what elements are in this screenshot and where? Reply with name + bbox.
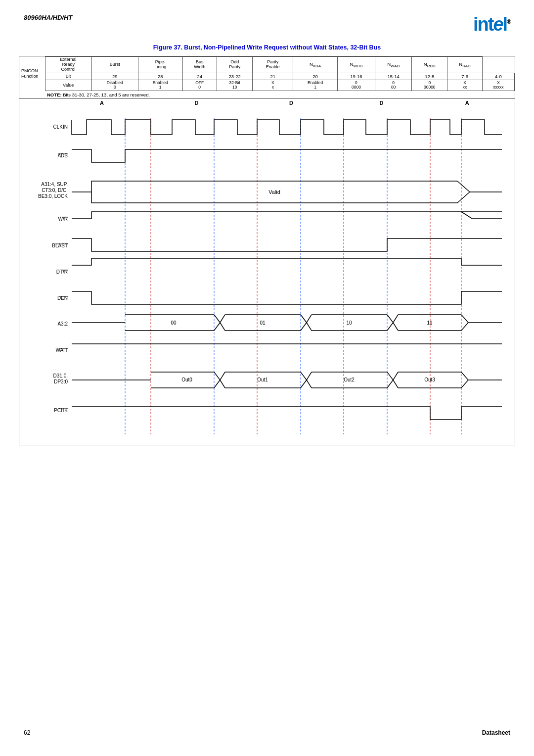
- diagram-container: PMCONFunction ExternalReadyControl Burst…: [19, 56, 515, 445]
- svg-text:01: 01: [260, 320, 266, 326]
- timing-svg: CLKIN ADS A31:4, SUP, CT3:0, D/C, BE3:0,…: [19, 113, 515, 439]
- pmcon-table: PMCONFunction ExternalReadyControl Burst…: [19, 56, 515, 99]
- svg-text:A3:2: A3:2: [57, 321, 68, 327]
- svg-text:BE3:0, LOCK: BE3:0, LOCK: [38, 193, 68, 199]
- logo-text: intel: [473, 14, 507, 35]
- svg-text:D31:0,: D31:0,: [53, 373, 68, 378]
- svg-text:Out0: Out0: [181, 377, 192, 382]
- page-footer: 62 Datasheet: [0, 719, 534, 746]
- figure-title: Figure 37. Burst, Non-Pipelined Write Re…: [24, 44, 510, 51]
- svg-text:10: 10: [346, 320, 352, 326]
- svg-text:CLKIN: CLKIN: [53, 124, 68, 130]
- svg-text:Valid: Valid: [268, 189, 280, 195]
- phase-markers: A D D D A: [64, 99, 515, 110]
- svg-text:CT3:0, D/C,: CT3:0, D/C,: [42, 188, 68, 193]
- phase-d3: D: [379, 100, 383, 106]
- phase-d2: D: [289, 100, 293, 106]
- page-number: 62: [24, 729, 30, 736]
- svg-text:A31:4, SUP,: A31:4, SUP,: [41, 182, 68, 187]
- phase-row: A D D D A: [19, 99, 515, 110]
- footer-doc-label: Datasheet: [482, 729, 510, 736]
- intel-logo: intel®: [473, 14, 510, 35]
- timing-area: CLKIN ADS A31:4, SUP, CT3:0, D/C, BE3:0,…: [19, 111, 515, 445]
- logo-reg: ®: [507, 18, 510, 25]
- svg-text:11: 11: [427, 320, 433, 326]
- svg-text:Out1: Out1: [257, 377, 268, 382]
- phase-d1: D: [194, 100, 198, 106]
- page-header: 80960HA/HD/HT intel®: [0, 0, 534, 35]
- phase-a1: A: [100, 100, 104, 106]
- phase-a2: A: [465, 100, 469, 106]
- doc-title: 80960HA/HD/HT: [24, 14, 72, 21]
- svg-text:00: 00: [171, 320, 177, 326]
- svg-text:Out2: Out2: [344, 377, 355, 382]
- svg-text:DP3:0: DP3:0: [54, 379, 68, 384]
- svg-text:Out3: Out3: [424, 377, 435, 382]
